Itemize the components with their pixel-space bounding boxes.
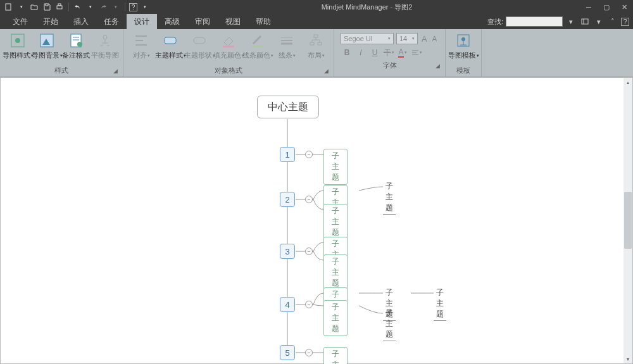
map-template-button[interactable]: 导图模板▾ — [449, 32, 477, 60]
btn-label: 平衡导图 — [91, 51, 119, 60]
svg-rect-17 — [165, 37, 176, 44]
sub-topic[interactable]: 子主题 — [323, 300, 348, 336]
print-icon[interactable] — [54, 2, 65, 12]
dialog-launcher-icon[interactable]: ◢ — [111, 68, 119, 75]
font-color-button[interactable]: A▾ — [396, 47, 409, 58]
undo-icon[interactable] — [73, 2, 83, 12]
new-file-icon[interactable] — [4, 2, 14, 12]
search-dropdown-icon[interactable]: ▾ — [565, 16, 577, 27]
scroll-up-icon[interactable]: ▴ — [624, 78, 632, 87]
minimize-button[interactable]: ─ — [580, 0, 598, 14]
shrink-font-icon[interactable]: A — [431, 35, 438, 42]
strike-button[interactable]: 干▾ — [382, 47, 395, 58]
group-label: 模板 — [449, 65, 477, 77]
scroll-thumb[interactable] — [624, 192, 632, 249]
menu-advanced[interactable]: 高级 — [157, 14, 187, 29]
sub-topic[interactable]: 子主题 — [323, 347, 348, 364]
menu-file[interactable]: 文件 — [5, 14, 35, 29]
leaf-topic[interactable]: 子主题 — [434, 287, 446, 321]
font-name-select[interactable]: Segoe UI▾ — [341, 33, 394, 44]
collapse-toggle[interactable]: − — [305, 349, 313, 356]
ribbon-group-style: 导图样式▾ 导图背景▾ 备注格式 平衡导图 样式◢ — [0, 29, 123, 77]
menu-task[interactable]: 任务 — [96, 14, 127, 29]
topic-style-button[interactable]: 主题样式▾ — [156, 32, 184, 60]
topic-shape-icon — [191, 32, 208, 49]
collapse-toggle[interactable]: − — [305, 196, 313, 203]
menu-start[interactable]: 开始 — [35, 14, 66, 29]
canvas-area[interactable]: 中心主题 1 2 3 4 5 − − − − − 子主题 子主题 子主题 子主题… — [0, 77, 633, 364]
map-template-icon — [454, 32, 472, 49]
leaf-topic[interactable]: 子主题 — [383, 181, 396, 215]
map-background-button[interactable]: 导图背景▾ — [33, 32, 61, 60]
sidebar-toggle-icon[interactable] — [579, 16, 591, 27]
notes-format-icon — [67, 32, 85, 49]
main-topic-3[interactable]: 3 — [280, 244, 295, 259]
menu-view[interactable]: 视图 — [218, 14, 248, 29]
redo-icon[interactable] — [98, 2, 108, 12]
qat-dropdown-icon[interactable]: ▾ — [85, 2, 96, 12]
dialog-launcher-icon[interactable]: ◢ — [322, 68, 330, 75]
close-button[interactable]: ✕ — [615, 0, 633, 14]
svg-rect-3 — [582, 19, 588, 24]
grow-font-icon[interactable]: A — [420, 34, 429, 44]
open-file-icon[interactable] — [29, 2, 39, 12]
collapse-ribbon-icon[interactable]: ˄ — [607, 16, 618, 27]
help-icon[interactable]: ? — [129, 3, 137, 11]
separator — [125, 3, 125, 11]
main-topic-5[interactable]: 5 — [280, 345, 295, 360]
sub-topic[interactable]: 子主题 — [323, 149, 348, 185]
menu-help[interactable]: 帮助 — [248, 14, 279, 29]
italic-button[interactable]: I — [354, 47, 367, 58]
layout-icon — [307, 32, 325, 49]
map-style-button[interactable]: 导图样式▾ — [4, 32, 32, 60]
main-topic-4[interactable]: 4 — [280, 297, 295, 312]
line-icon — [278, 32, 296, 49]
search-input[interactable] — [506, 16, 563, 27]
window-controls: ─ ▢ ✕ — [580, 0, 633, 14]
sub-topic[interactable]: 子主题 — [323, 204, 348, 240]
root-topic[interactable]: 中心主题 — [257, 96, 319, 118]
btn-label: 线条▾ — [279, 51, 296, 60]
group-label: 对象格式◢ — [127, 65, 330, 77]
menu-review[interactable]: 审阅 — [187, 14, 218, 29]
balance-icon — [96, 32, 114, 49]
save-icon[interactable] — [42, 2, 52, 12]
help-icon[interactable]: ? — [621, 18, 629, 26]
collapse-toggle[interactable]: − — [305, 151, 313, 158]
ribbon-group-template: 导图模板▾ 模板 — [446, 29, 482, 77]
btn-label: 导图模板▾ — [448, 51, 479, 60]
notes-format-button[interactable]: 备注格式 — [62, 32, 90, 60]
collapse-toggle[interactable]: − — [305, 248, 313, 255]
topic-shape-button: 主题形状▾ — [185, 32, 213, 60]
layout-button: 布局▾ — [302, 32, 330, 60]
group-label: 样式◢ — [4, 65, 119, 77]
main-topic-2[interactable]: 2 — [280, 192, 295, 207]
sub-topic[interactable]: 子主题 — [323, 254, 348, 291]
qat-dropdown-icon[interactable]: ▾ — [16, 2, 27, 12]
main-topic-1[interactable]: 1 — [280, 147, 295, 162]
qat-dropdown-icon[interactable]: ▾ — [111, 2, 121, 12]
underline-button[interactable]: U — [368, 47, 381, 58]
dialog-launcher-icon[interactable]: ◢ — [434, 63, 441, 70]
map-background-icon — [38, 32, 56, 49]
ribbon-group-font: Segoe UI▾ 14▾ A A B I U 干▾ A▾ ▾ 字体◢ — [334, 29, 446, 77]
qat-dropdown-icon[interactable]: ▾ — [140, 2, 150, 12]
balance-map-button: 平衡导图 — [91, 32, 119, 60]
menu-design[interactable]: 设计 — [127, 14, 157, 29]
font-size-select[interactable]: 14▾ — [396, 33, 418, 44]
fill-color-button: 填充颜色▾ — [215, 32, 242, 60]
collapse-toggle[interactable]: − — [305, 301, 313, 308]
ribbon: 导图样式▾ 导图背景▾ 备注格式 平衡导图 样式◢ 对齐▾ — [0, 29, 633, 77]
menu-insert[interactable]: 插入 — [66, 14, 96, 29]
bold-button[interactable]: B — [341, 47, 353, 58]
leaf-topic[interactable]: 子主题 — [383, 308, 396, 341]
align-text-button[interactable]: ▾ — [410, 47, 423, 58]
topic-style-icon — [161, 32, 179, 49]
svg-rect-2 — [58, 4, 61, 6]
svg-rect-25 — [310, 42, 314, 45]
fill-color-icon — [220, 32, 237, 49]
dropdown-icon[interactable]: ▾ — [593, 16, 605, 27]
maximize-button[interactable]: ▢ — [598, 0, 615, 14]
scroll-down-icon[interactable]: ▾ — [624, 355, 632, 363]
separator — [68, 3, 69, 11]
